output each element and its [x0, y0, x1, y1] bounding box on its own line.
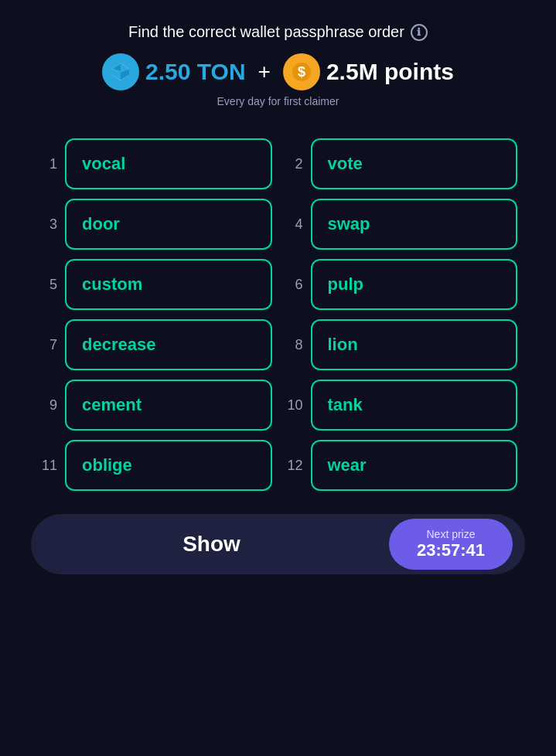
- word-number: 11: [39, 458, 57, 474]
- word-box[interactable]: custom: [65, 259, 272, 310]
- word-box[interactable]: vocal: [65, 138, 272, 189]
- header: Find the correct wallet passphrase order…: [102, 23, 454, 107]
- word-box[interactable]: oblige: [65, 440, 272, 491]
- word-cell-8[interactable]: 8lion: [285, 319, 518, 370]
- show-button[interactable]: Show: [39, 514, 384, 574]
- word-cell-9[interactable]: 9cement: [39, 380, 272, 431]
- word-cell-12[interactable]: 12wear: [285, 440, 518, 491]
- main-container: Find the correct wallet passphrase order…: [0, 0, 556, 756]
- word-cell-7[interactable]: 7decrease: [39, 319, 272, 370]
- word-cell-6[interactable]: 6pulp: [285, 259, 518, 310]
- word-box[interactable]: swap: [311, 199, 518, 250]
- word-box[interactable]: wear: [311, 440, 518, 491]
- word-number: 12: [285, 458, 303, 474]
- word-cell-5[interactable]: 5custom: [39, 259, 272, 310]
- ton-badge: 2.50 TON: [102, 53, 246, 90]
- subtitle: Every day for first claimer: [102, 95, 454, 107]
- word-number: 1: [39, 156, 57, 172]
- ton-icon: [102, 53, 139, 90]
- word-box[interactable]: pulp: [311, 259, 518, 310]
- bottom-bar: Show Next prize 23:57:41: [31, 514, 525, 574]
- word-number: 5: [39, 277, 57, 293]
- word-number: 2: [285, 156, 303, 172]
- plus-sign: +: [258, 60, 271, 84]
- points-amount: 2.5M points: [326, 59, 454, 85]
- word-cell-11[interactable]: 11oblige: [39, 440, 272, 491]
- word-cell-2[interactable]: 2vote: [285, 138, 518, 189]
- word-number: 4: [285, 216, 303, 233]
- next-prize-label: Next prize: [426, 528, 475, 540]
- word-box[interactable]: cement: [65, 380, 272, 431]
- ton-amount: 2.50 TON: [145, 59, 246, 85]
- coin-icon: $: [283, 53, 320, 90]
- word-number: 7: [39, 337, 57, 353]
- points-badge: $ 2.5M points: [283, 53, 454, 90]
- word-number: 8: [285, 337, 303, 353]
- info-icon[interactable]: ℹ: [411, 24, 428, 41]
- header-title-text: Find the correct wallet passphrase order: [128, 23, 404, 41]
- header-title-row: Find the correct wallet passphrase order…: [102, 23, 454, 41]
- word-number: 10: [285, 397, 303, 414]
- reward-row: 2.50 TON + $ 2.5M points: [102, 53, 454, 90]
- word-box[interactable]: vote: [311, 138, 518, 189]
- word-number: 3: [39, 216, 57, 233]
- word-box[interactable]: lion: [311, 319, 518, 370]
- word-cell-10[interactable]: 10tank: [285, 380, 518, 431]
- word-cell-3[interactable]: 3door: [39, 199, 272, 250]
- next-prize-timer: 23:57:41: [417, 540, 485, 560]
- word-cell-4[interactable]: 4swap: [285, 199, 518, 250]
- word-box[interactable]: tank: [311, 380, 518, 431]
- words-grid: 1vocal2vote3door4swap5custom6pulp7decrea…: [31, 138, 525, 491]
- word-box[interactable]: door: [65, 199, 272, 250]
- svg-text:$: $: [298, 64, 305, 80]
- word-number: 6: [285, 277, 303, 293]
- word-number: 9: [39, 397, 57, 414]
- word-box[interactable]: decrease: [65, 319, 272, 370]
- word-cell-1[interactable]: 1vocal: [39, 138, 272, 189]
- next-prize-panel: Next prize 23:57:41: [389, 519, 513, 570]
